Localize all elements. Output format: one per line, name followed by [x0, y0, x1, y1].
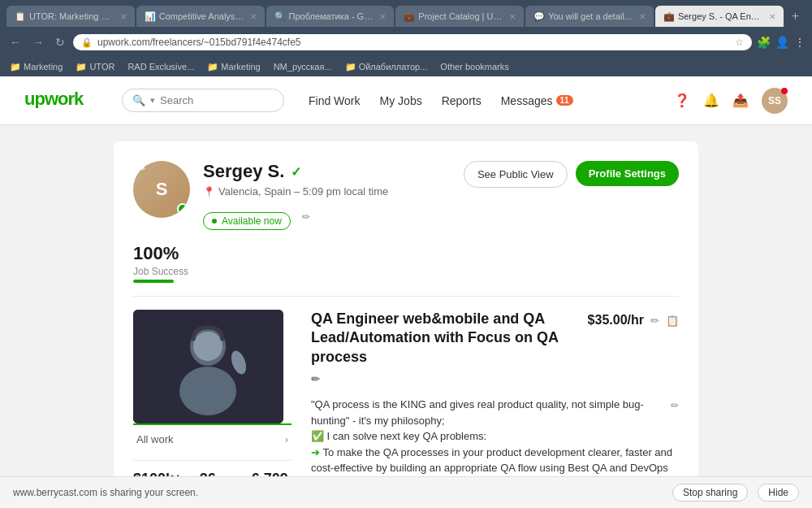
search-input[interactable]: [160, 94, 274, 106]
bookmark-item-3[interactable]: RAD Exclusive...: [124, 61, 197, 72]
upwork-logo: upwork: [24, 89, 97, 113]
job-success-value: 100%: [133, 243, 679, 264]
bookmark-item-4[interactable]: 📁 Marketing: [204, 61, 263, 73]
extensions-icon[interactable]: 🧩: [757, 36, 771, 49]
rate-section: $35.00/hr ✏ 📋: [588, 313, 679, 328]
tab-close-3[interactable]: ✕: [379, 12, 386, 21]
tab-detailed-rep[interactable]: 💬 You will get a detailed rep... ✕: [525, 6, 654, 27]
availability-badge[interactable]: Available now: [203, 212, 291, 230]
browser-actions: 🧩 👤 ⋮: [757, 36, 806, 49]
nav-find-work[interactable]: Find Work: [309, 94, 361, 107]
online-indicator: [177, 203, 188, 215]
hourly-rate: $35.00/hr: [588, 313, 644, 328]
bookmark-item-6[interactable]: 📁 Ойлабиллатор...: [342, 61, 431, 73]
menu-icon[interactable]: ⋮: [794, 36, 806, 49]
nav-messages[interactable]: Messages 11: [501, 94, 573, 107]
bookmark-item-7[interactable]: Other bookmarks: [437, 61, 512, 72]
tab-sergey[interactable]: 💼 Sergey S. - QA Engineer w... ✕: [655, 6, 784, 27]
profile-icon[interactable]: 👤: [775, 36, 789, 49]
all-work-link[interactable]: All work ›: [133, 423, 292, 454]
job-title: QA Engineer web&mobile and QA Lead/Autom…: [311, 310, 575, 387]
tab-label-2: Competitive Analysis - Go...: [159, 11, 245, 21]
tab-label-5: You will get a detailed rep...: [548, 11, 634, 21]
title-edit-icon[interactable]: ✏: [311, 373, 320, 387]
messages-badge: 11: [556, 95, 573, 106]
avatar-edit-icon[interactable]: ✏: [138, 164, 145, 173]
forward-button[interactable]: →: [29, 34, 47, 50]
avatar-initials: SS: [768, 95, 781, 106]
verified-icon: ✓: [291, 164, 301, 180]
job-success-bar: [133, 280, 174, 283]
availability-edit-icon[interactable]: ✏: [302, 211, 310, 223]
tab-favicon-6: 💼: [663, 11, 673, 21]
see-public-view-button[interactable]: See Public View: [464, 161, 568, 188]
tab-favicon: 📋: [15, 11, 24, 21]
address-bar[interactable]: 🔒 upwork.com/freelancers/~015bd791f4e474…: [73, 34, 752, 50]
search-box[interactable]: 🔍 ▾: [122, 89, 284, 112]
avatar-notification-dot: [781, 88, 788, 94]
svg-text:upwork: upwork: [24, 89, 84, 108]
title-col: QA Engineer web&mobile and QA Lead/Autom…: [311, 310, 575, 387]
bookmarks-bar: 📁 Marketing 📁 UTOR RAD Exclusive... 📁 Ma…: [0, 57, 812, 76]
tab-label-4: Project Catalog | Upwork: [418, 11, 504, 21]
bookmark-item[interactable]: 📁 Marketing: [6, 61, 66, 73]
rate-copy-icon[interactable]: 📋: [666, 315, 679, 327]
profile-info: Sergey S. ✓ 📍 Valencia, Spain – 5:09 pm …: [203, 161, 388, 230]
tab-problematika[interactable]: 🔍 Проблематика - Google S... ✕: [266, 6, 395, 27]
back-button[interactable]: ←: [6, 34, 24, 50]
user-avatar[interactable]: SS: [762, 88, 788, 114]
location-icon: 📍: [203, 186, 215, 198]
bookmark-item-5[interactable]: NM_русская...: [270, 61, 335, 72]
tab-favicon-5: 💬: [533, 11, 543, 21]
search-icon: 🔍: [132, 94, 145, 106]
profile-actions: See Public View Profile Settings: [464, 161, 679, 188]
reload-button[interactable]: ↻: [52, 34, 68, 50]
nav-right: ❓ 🔔 📤 SS: [674, 88, 788, 114]
check-icon: ✅: [311, 430, 324, 442]
profile-settings-button[interactable]: Profile Settings: [576, 161, 679, 186]
sharing-url-text: www.berrycast.com is sharing your screen…: [13, 487, 663, 498]
tab-close-2[interactable]: ✕: [250, 12, 257, 21]
help-icon[interactable]: ❓: [674, 93, 690, 108]
bookmark-item-2[interactable]: 📁 UTOR: [72, 61, 118, 73]
address-text: upwork.com/freelancers/~015bd791f4e474cf…: [97, 37, 730, 48]
address-bar-row: ← → ↻ 🔒 upwork.com/freelancers/~015bd791…: [0, 28, 812, 57]
tab-close[interactable]: ✕: [120, 12, 127, 21]
svg-point-3: [179, 367, 236, 415]
notifications-icon[interactable]: 🔔: [703, 93, 719, 108]
tab-favicon-2: 📊: [145, 11, 154, 21]
tab-favicon-3: 🔍: [274, 11, 284, 21]
profile-name: Sergey S. ✓: [203, 161, 388, 182]
tab-utor[interactable]: 📋 UTOR: Marketing Mentor... ✕: [6, 6, 135, 27]
nav-links: Find Work My Jobs Reports Messages 11: [309, 94, 573, 107]
svg-point-4: [193, 332, 222, 361]
arrow-icon-1: ➔: [311, 446, 320, 458]
tab-label: UTOR: Marketing Mentor...: [29, 11, 115, 21]
search-dropdown[interactable]: ▾: [150, 95, 155, 106]
description-edit-icon[interactable]: ✏: [671, 400, 679, 411]
profile-location: 📍 Valencia, Spain – 5:09 pm local time: [203, 185, 388, 198]
upwork-nav: upwork 🔍 ▾ Find Work My Jobs Reports Mes…: [0, 76, 812, 125]
rate-edit-icon[interactable]: ✏: [650, 315, 659, 327]
title-rate-row: QA Engineer web&mobile and QA Lead/Autom…: [311, 310, 679, 387]
tab-close-5[interactable]: ✕: [639, 12, 646, 21]
hide-button[interactable]: Hide: [758, 484, 799, 501]
lock-icon: 🔒: [81, 37, 93, 48]
profile-video-thumbnail[interactable]: [133, 310, 283, 423]
new-tab-button[interactable]: +: [785, 6, 806, 27]
tab-close-4[interactable]: ✕: [509, 12, 516, 21]
tab-bar: 📋 UTOR: Marketing Mentor... ✕ 📊 Competit…: [0, 0, 812, 28]
tab-close-6[interactable]: ✕: [769, 12, 775, 21]
stop-sharing-button[interactable]: Stop sharing: [672, 484, 748, 501]
profile-avatar: S ✏: [133, 161, 190, 218]
sharing-bar: www.berrycast.com is sharing your screen…: [0, 476, 812, 508]
chevron-right-icon: ›: [285, 433, 288, 445]
page-content: S ✏ Sergey S. ✓: [0, 125, 812, 508]
nav-reports[interactable]: Reports: [442, 94, 482, 107]
tab-competitive[interactable]: 📊 Competitive Analysis - Go... ✕: [136, 6, 265, 27]
nav-my-jobs[interactable]: My Jobs: [380, 94, 422, 107]
tab-label-3: Проблематика - Google S...: [289, 11, 375, 21]
tab-project-catalog[interactable]: 💼 Project Catalog | Upwork ✕: [395, 6, 524, 27]
star-icon[interactable]: ☆: [735, 37, 744, 48]
proposals-icon[interactable]: 📤: [732, 93, 749, 108]
